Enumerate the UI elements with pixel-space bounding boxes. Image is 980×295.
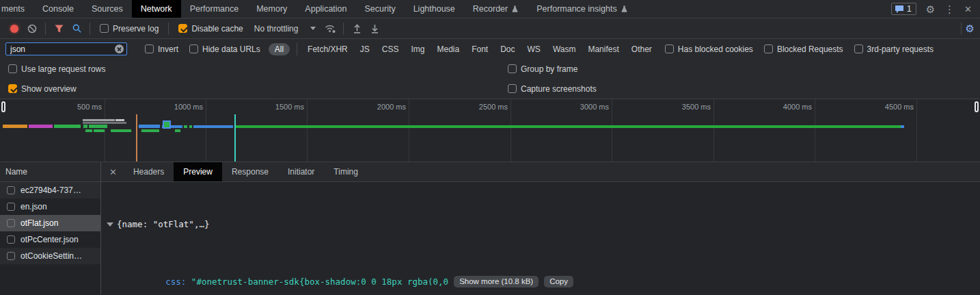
use-large-request-rows-checkbox[interactable]: Use large request rows	[8, 64, 105, 74]
filter-input-wrap	[5, 42, 127, 55]
filter-type-js[interactable]: JS	[354, 44, 376, 54]
more-options-icon[interactable]: ⋮	[944, 4, 955, 14]
overview-request-bar	[141, 129, 159, 132]
import-har-button[interactable]	[348, 21, 366, 37]
divider	[297, 43, 297, 55]
export-har-button[interactable]	[366, 21, 383, 37]
detail-tab-bar: ✕ Headers Preview Response Initiator Tim…	[101, 162, 980, 182]
copy-button[interactable]: Copy	[544, 276, 573, 287]
checkbox-unchecked[interactable]	[7, 235, 15, 244]
capture-screenshots-checkbox[interactable]: Capture screenshots	[508, 84, 597, 94]
clear-network-log-button[interactable]	[23, 21, 41, 37]
devtools-settings-gear-icon[interactable]: ⚙	[926, 4, 935, 14]
tab-response[interactable]: Response	[222, 162, 278, 181]
overview-tick-label: 4500 ms	[859, 103, 914, 111]
filter-toggle-button[interactable]	[50, 21, 68, 37]
filter-type-wasm[interactable]: Wasm	[547, 44, 582, 54]
blocked-requests-checkbox[interactable]: Blocked Requests	[764, 44, 843, 54]
overview-tick-label: 1500 ms	[249, 103, 304, 111]
overview-request-bar	[901, 125, 904, 128]
request-row[interactable]: otPcCenter.json	[0, 231, 100, 248]
hide-data-urls-checkbox[interactable]: Hide data URLs	[189, 44, 260, 54]
request-row[interactable]: otCookieSettin…	[0, 248, 100, 264]
network-settings-gear-icon[interactable]: ⚙	[966, 23, 975, 34]
tab-network[interactable]: Network	[132, 0, 181, 18]
request-row-selected[interactable]: otFlat.json	[0, 215, 100, 231]
record-icon	[10, 25, 18, 33]
filter-type-all[interactable]: All	[269, 43, 290, 55]
tab-console[interactable]: Console	[33, 0, 83, 18]
tab-preview[interactable]: Preview	[174, 162, 222, 181]
overview-request-bar	[193, 125, 233, 128]
name-column-header[interactable]: Name	[0, 162, 100, 182]
throttling-dropdown[interactable]: No throttling	[254, 24, 316, 34]
checkbox-unchecked	[665, 44, 674, 53]
close-devtools-icon[interactable]: ✕	[964, 5, 972, 14]
group-by-frame-checkbox[interactable]: Group by frame	[508, 64, 577, 74]
overview-request-bar	[85, 129, 92, 132]
overview-left-grip[interactable]	[1, 101, 5, 112]
checkbox-unchecked	[8, 64, 17, 73]
overview-tick-label: 2500 ms	[453, 103, 508, 111]
devtools-topbar-actions: 1 ⚙ ⋮ ✕	[891, 0, 980, 18]
tab-performance-insights[interactable]: Performance insights	[528, 0, 636, 18]
flask-icon	[621, 5, 628, 13]
checkbox-unchecked[interactable]	[7, 219, 15, 227]
tab-headers[interactable]: Headers	[124, 162, 174, 181]
overview-tick-label: 1000 ms	[148, 103, 203, 111]
network-conditions-button[interactable]	[321, 21, 339, 37]
invert-checkbox[interactable]: Invert	[145, 44, 178, 54]
expander-icon[interactable]	[107, 222, 113, 227]
request-row[interactable]: en.json	[0, 198, 100, 215]
overview-right-grip[interactable]	[975, 101, 979, 112]
tab-recorder[interactable]: Recorder	[464, 0, 528, 18]
filter-type-css[interactable]: CSS	[376, 44, 405, 54]
third-party-requests-checkbox[interactable]: 3rd-party requests	[854, 44, 934, 54]
filter-type-other[interactable]: Other	[625, 44, 658, 54]
disable-cache-checkbox[interactable]: Disable cache	[178, 24, 243, 34]
record-network-log-button[interactable]	[5, 21, 23, 37]
tab-memory[interactable]: Memory	[247, 0, 296, 18]
requests-pane: Name ec2794b4-737… en.json otFlat.json o…	[0, 162, 101, 295]
tab-security[interactable]: Security	[356, 0, 405, 18]
preserve-log-checkbox[interactable]: Preserve log	[100, 24, 159, 34]
has-blocked-cookies-checkbox[interactable]: Has blocked cookies	[665, 44, 753, 54]
search-button[interactable]	[68, 21, 85, 37]
filter-type-media[interactable]: Media	[431, 44, 465, 54]
close-detail-icon[interactable]: ✕	[101, 162, 124, 181]
tab-performance[interactable]: Performance	[181, 0, 248, 18]
issues-message-badge[interactable]: 1	[891, 3, 916, 15]
show-overview-checkbox[interactable]: Show overview	[8, 84, 77, 94]
filter-type-img[interactable]: Img	[405, 44, 431, 54]
filter-type-fetch-xhr[interactable]: Fetch/XHR	[301, 44, 354, 54]
request-row[interactable]: ec2794b4-737…	[0, 182, 100, 198]
filter-type-font[interactable]: Font	[465, 44, 494, 54]
request-detail-pane: ✕ Headers Preview Response Initiator Tim…	[101, 162, 980, 295]
filter-type-ws[interactable]: WS	[521, 44, 547, 54]
checkbox-unchecked[interactable]	[7, 186, 15, 194]
tab-sources[interactable]: Sources	[83, 0, 132, 18]
filter-input[interactable]	[10, 44, 115, 54]
json-root-node[interactable]: {name: "otFlat",…}	[101, 217, 980, 231]
overview-request-bar	[29, 125, 53, 128]
divider	[961, 23, 962, 35]
tab-initiator[interactable]: Initiator	[278, 162, 324, 181]
checkbox-unchecked	[508, 84, 517, 93]
upload-arrow-icon	[353, 24, 362, 34]
clear-filter-icon[interactable]	[115, 44, 124, 53]
overview-waterfall[interactable]: 500 ms1000 ms1500 ms2000 ms2500 ms3000 m…	[0, 99, 980, 162]
tab-application[interactable]: Application	[296, 0, 355, 18]
tab-timing[interactable]: Timing	[324, 162, 368, 181]
tab-elements-truncated[interactable]: ments	[0, 0, 33, 18]
overview-request-bar	[54, 125, 81, 128]
filter-type-manifest[interactable]: Manifest	[582, 44, 625, 54]
checkbox-unchecked[interactable]	[7, 203, 15, 211]
json-property-css[interactable]: css: "#onetrust-banner-sdk{box-shadow:0 …	[124, 260, 980, 295]
settings-row-2: Show overview Capture screenshots	[0, 79, 980, 99]
checkbox-checked	[178, 24, 187, 33]
show-more-button[interactable]: Show more (10.8 kB)	[454, 276, 539, 287]
filter-type-doc[interactable]: Doc	[494, 44, 521, 54]
message-count: 1	[907, 4, 912, 14]
tab-lighthouse[interactable]: Lighthouse	[405, 0, 464, 18]
checkbox-unchecked[interactable]	[7, 252, 15, 260]
